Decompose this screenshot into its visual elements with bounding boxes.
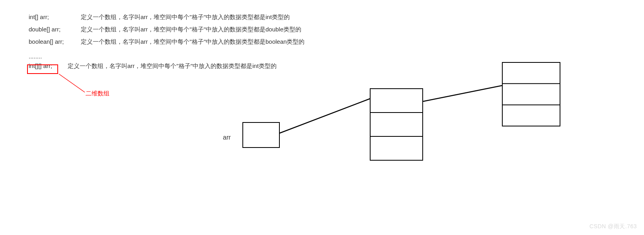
declarations-block: int[] arr; 定义一个数组，名字叫arr，堆空间中每个"格子"中放入的数… <box>29 14 304 75</box>
svg-line-9 <box>423 85 502 101</box>
decl-code: double[] arr; <box>29 26 81 32</box>
svg-line-0 <box>59 74 85 92</box>
decl-code: int[] arr; <box>29 14 81 20</box>
decl-desc: 定义一个数组，名字叫arr，堆空间中每个"格子"中放入的数据类型都是int类型的 <box>81 14 290 20</box>
declaration-row-2d: int[][] arr; 定义一个数组，名字叫arr，堆空间中每个"格子"中放入… <box>29 63 304 75</box>
decl-desc: 定义一个数组，名字叫arr，堆空间中每个"格子"中放入的数据类型都是boolea… <box>81 39 304 45</box>
svg-rect-1 <box>243 122 279 148</box>
decl-code: boolean[] arr; <box>29 39 81 45</box>
decl-desc: 定义一个数组，名字叫arr，堆空间中每个"格子"中放入的数据类型都是double… <box>81 26 301 32</box>
svg-rect-2 <box>370 89 423 160</box>
declaration-row: int[] arr; 定义一个数组，名字叫arr，堆空间中每个"格子"中放入的数… <box>29 14 304 26</box>
svg-line-8 <box>279 99 370 133</box>
svg-rect-5 <box>502 62 560 126</box>
declaration-row: boolean[] arr; 定义一个数组，名字叫arr，堆空间中每个"格子"中… <box>29 39 304 51</box>
decl-code-2d: int[][] arr; <box>29 63 68 69</box>
annotation-label: 二维数组 <box>86 90 109 97</box>
watermark-text: CSDN @雨天.763 <box>589 223 637 230</box>
arr-variable-label: arr <box>223 134 231 141</box>
decl-desc-2d: 定义一个数组，名字叫arr，堆空间中每个"格子"中放入的数据类型都是int类型的 <box>68 63 277 69</box>
ellipsis-text: ........ <box>29 51 304 63</box>
declaration-row: double[] arr; 定义一个数组，名字叫arr，堆空间中每个"格子"中放… <box>29 26 304 39</box>
